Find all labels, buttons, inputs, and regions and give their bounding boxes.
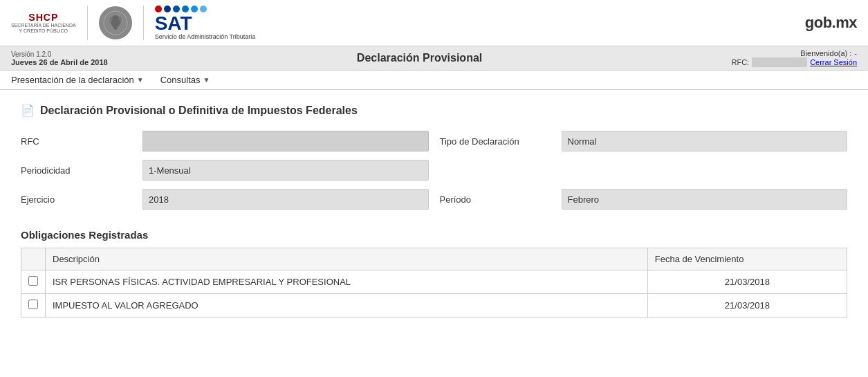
bienvenido-row: Bienvenido(a) : - (800, 49, 857, 57)
tipo-declaracion-label: Tipo de Declaración (440, 131, 551, 151)
nav-consultas[interactable]: Consultas ▼ (160, 75, 210, 85)
logos-container: SHCP SECRETARÍA DE HACIENDA Y CRÉDITO PÚ… (11, 6, 255, 40)
shcp-title: SHCP (28, 12, 58, 23)
subheader-title: Declaración Provisional (108, 52, 732, 64)
row1-descripcion: ISR PERSONAS FÍSICAS. ACTIVIDAD EMPRESAR… (46, 270, 648, 294)
eagle-emblem (99, 6, 132, 39)
obligations-title: Obligaciones Registradas (21, 229, 847, 241)
ejercicio-label: Ejercicio (21, 189, 131, 210)
sat-logo: SAT Servicio de Administración Tributari… (155, 6, 256, 40)
obligations-table: Descripción Fecha de Vencimiento ISR PER… (21, 248, 847, 318)
shcp-logo: SHCP SECRETARÍA DE HACIENDA Y CRÉDITO PÚ… (11, 12, 76, 35)
row1-checkbox[interactable] (28, 276, 38, 286)
table-header-row: Descripción Fecha de Vencimiento (21, 248, 847, 270)
periodicidad-value: 1-Mensual (142, 160, 429, 181)
sat-dot-1 (155, 6, 162, 12)
periodo-label: Período (440, 189, 551, 210)
version-text: Versión 1.2.0 (11, 50, 108, 58)
shcp-subtitle: SECRETARÍA DE HACIENDA Y CRÉDITO PÚBLICO (11, 23, 76, 35)
col-fecha: Fecha de Vencimiento (647, 248, 847, 270)
row2-descripcion: IMPUESTO AL VALOR AGREGADO (46, 294, 648, 318)
sat-dots (155, 6, 256, 12)
sat-dot-3 (173, 6, 180, 12)
empty-cell-2 (562, 160, 848, 181)
gob-mx-logo: gob.mx (805, 14, 857, 32)
main-content: 📄 Declaración Provisional o Definitiva d… (0, 90, 868, 331)
rfc-input (142, 131, 429, 151)
sat-dot-5 (191, 6, 198, 12)
ejercicio-value: 2018 (142, 189, 429, 210)
bienvenido-value: - (854, 49, 857, 57)
section-title: 📄 Declaración Provisional o Definitiva d… (21, 104, 847, 117)
nav-consultas-label: Consultas (160, 75, 201, 85)
rfc-value-box (752, 57, 807, 67)
form-grid: RFC Tipo de Declaración Normal Periodici… (21, 131, 847, 210)
subheader-right: Bienvenido(a) : - RFC: Cerrar Sesión (731, 49, 857, 67)
sat-subtitle: Servicio de Administración Tributaria (155, 33, 256, 40)
row2-checkbox[interactable] (28, 300, 38, 309)
nav-consultas-arrow: ▼ (203, 76, 210, 84)
nav-presentacion[interactable]: Presentación de la declaración ▼ (11, 75, 144, 85)
cerrar-sesion-link[interactable]: Cerrar Sesión (810, 58, 857, 66)
bienvenido-label: Bienvenido(a) : (800, 49, 851, 57)
col-checkbox (21, 248, 46, 270)
rfc-label: RFC: (731, 58, 749, 66)
logo-divider (87, 6, 88, 40)
subheader-left: Versión 1.2.0 Jueves 26 de Abril de 2018 (11, 50, 108, 66)
date-text: Jueves 26 de Abril de 2018 (11, 58, 108, 66)
document-icon: 📄 (21, 104, 35, 117)
main-header: SHCP SECRETARÍA DE HACIENDA Y CRÉDITO PÚ… (0, 0, 868, 46)
row1-fecha: 21/03/2018 (647, 270, 847, 294)
empty-cell-1 (440, 160, 551, 181)
rfc-label: RFC (21, 131, 131, 151)
rfc-row: RFC: Cerrar Sesión (731, 57, 857, 67)
periodo-value: Febrero (562, 189, 848, 210)
nav-presentacion-label: Presentación de la declaración (11, 75, 134, 85)
row1-checkbox-cell[interactable] (21, 270, 46, 294)
sat-text: SAT (155, 14, 256, 33)
table-row: ISR PERSONAS FÍSICAS. ACTIVIDAD EMPRESAR… (21, 270, 847, 294)
periodicidad-label: Periodicidad (21, 160, 131, 181)
table-row: IMPUESTO AL VALOR AGREGADO 21/03/2018 (21, 294, 847, 318)
rfc-input-container (142, 131, 429, 151)
sat-dot-4 (182, 6, 189, 12)
navbar: Presentación de la declaración ▼ Consult… (0, 71, 868, 90)
row2-checkbox-cell[interactable] (21, 294, 46, 318)
tipo-declaracion-value: Normal (562, 131, 848, 151)
nav-presentacion-arrow: ▼ (137, 76, 144, 84)
section-title-text: Declaración Provisional o Definitiva de … (40, 104, 358, 117)
sat-dot-6 (200, 6, 207, 12)
sat-dot-2 (164, 6, 171, 12)
logo-divider2 (143, 6, 144, 40)
col-descripcion: Descripción (46, 248, 648, 270)
subheader: Versión 1.2.0 Jueves 26 de Abril de 2018… (0, 46, 868, 71)
row2-fecha: 21/03/2018 (647, 294, 847, 318)
